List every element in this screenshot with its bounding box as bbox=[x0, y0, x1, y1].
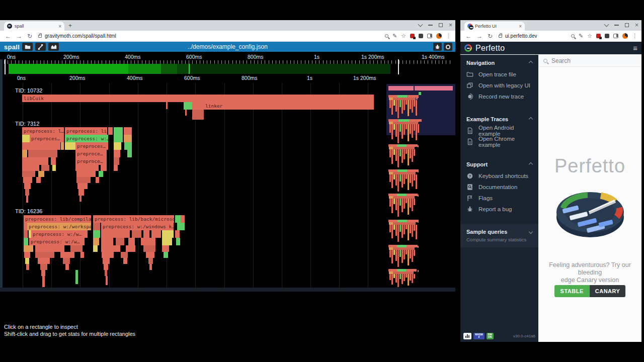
flame-block[interactable] bbox=[128, 238, 135, 245]
flame-block[interactable]: preproces… bbox=[75, 142, 108, 150]
star-icon[interactable]: ☆ bbox=[587, 33, 592, 39]
trace-canvas[interactable]: Click on a rectangle to inspect Shift-cl… bbox=[0, 52, 455, 342]
flame-block[interactable] bbox=[181, 215, 185, 223]
side-panel-icon[interactable] bbox=[613, 34, 618, 38]
reload-icon[interactable]: ↻ bbox=[488, 33, 493, 40]
address-bar[interactable]: ui.perfetto.dev bbox=[505, 33, 571, 39]
flame-block[interactable] bbox=[22, 157, 48, 165]
flame-block[interactable] bbox=[77, 183, 88, 189]
flame-block[interactable]: preprocess: lib/back/microso… bbox=[93, 215, 174, 223]
back-icon[interactable]: ← bbox=[465, 33, 471, 40]
forward-icon[interactable]: → bbox=[476, 33, 482, 40]
flame-block[interactable] bbox=[25, 258, 29, 264]
sidebar-item-open-trace-file[interactable]: Open trace file bbox=[466, 69, 532, 80]
histogram-button[interactable] bbox=[48, 43, 59, 51]
browser-tab-spall[interactable]: spall × bbox=[4, 22, 64, 31]
flame-block[interactable] bbox=[101, 230, 130, 238]
flame-block[interactable] bbox=[177, 223, 185, 230]
flame-block[interactable] bbox=[114, 150, 120, 157]
minimap-activity-segment-1[interactable] bbox=[128, 64, 161, 74]
flame-block[interactable]: preproce… bbox=[75, 157, 107, 165]
flame-block[interactable] bbox=[22, 135, 30, 142]
close-icon[interactable]: × bbox=[635, 23, 638, 27]
flame-block[interactable] bbox=[79, 196, 82, 202]
flame-block[interactable] bbox=[24, 223, 27, 230]
flame-block[interactable] bbox=[106, 276, 108, 285]
flame-block[interactable] bbox=[176, 238, 180, 245]
share-icon[interactable]: ✎ bbox=[579, 33, 583, 39]
hamburger-menu-icon[interactable]: ≡ bbox=[633, 44, 637, 52]
flame-block[interactable] bbox=[22, 165, 39, 171]
chevron-down-icon[interactable] bbox=[529, 230, 533, 234]
tab-close-icon[interactable]: × bbox=[58, 24, 61, 29]
flame-block[interactable] bbox=[101, 238, 113, 245]
flame-block[interactable] bbox=[146, 252, 154, 258]
close-icon[interactable]: × bbox=[449, 23, 452, 27]
flame-block[interactable] bbox=[36, 177, 41, 183]
flame-block[interactable]: linker bbox=[204, 102, 374, 110]
maximize-icon[interactable] bbox=[439, 23, 443, 27]
flame-block[interactable] bbox=[184, 102, 192, 110]
minimize-icon[interactable] bbox=[614, 25, 619, 26]
flame-block[interactable] bbox=[124, 135, 132, 142]
extensions-icon[interactable] bbox=[605, 34, 609, 38]
flame-block[interactable] bbox=[61, 142, 64, 150]
flame-block[interactable] bbox=[192, 102, 204, 110]
flame-block[interactable] bbox=[70, 245, 83, 252]
sidebar-item-open-android-example[interactable]: Open Android example bbox=[466, 125, 532, 136]
flame-block[interactable] bbox=[121, 252, 128, 258]
flame-block[interactable] bbox=[76, 171, 96, 177]
sidebar-section-header[interactable]: Navigation bbox=[466, 60, 532, 66]
flame-block[interactable] bbox=[101, 165, 107, 171]
minimap-viewport-marker-1[interactable] bbox=[398, 59, 399, 74]
flame-block[interactable] bbox=[23, 177, 32, 183]
flame-block[interactable] bbox=[35, 245, 64, 252]
flame-block[interactable] bbox=[114, 157, 119, 165]
extension-red-icon[interactable] bbox=[596, 34, 601, 38]
star-icon[interactable]: ☆ bbox=[401, 33, 406, 39]
sidebar-section-header[interactable]: Support bbox=[466, 161, 532, 167]
flame-block[interactable] bbox=[22, 142, 60, 150]
flame-block[interactable]: preproce… bbox=[75, 150, 107, 157]
flame-block[interactable] bbox=[52, 165, 56, 171]
flame-block[interactable] bbox=[123, 258, 127, 264]
flame-block[interactable] bbox=[127, 150, 132, 157]
extension-red-icon[interactable] bbox=[410, 34, 415, 38]
maximize-icon[interactable] bbox=[625, 23, 629, 27]
flame-block[interactable] bbox=[124, 127, 132, 135]
flame-block[interactable] bbox=[24, 238, 28, 245]
flame-block[interactable]: preprocess: w:… bbox=[65, 135, 108, 142]
chevron-up-icon[interactable] bbox=[529, 117, 533, 121]
sidebar-item-report-a-bug[interactable]: Report a bug bbox=[466, 204, 532, 215]
flame-block[interactable] bbox=[41, 270, 45, 276]
flame-block[interactable] bbox=[22, 171, 35, 177]
flame-block[interactable] bbox=[26, 196, 28, 203]
flame-block[interactable]: preprocess: w:/workspac… bbox=[27, 223, 91, 230]
flame-block[interactable]: libCuik bbox=[22, 95, 374, 102]
flame-block[interactable] bbox=[41, 165, 49, 171]
flame-block[interactable] bbox=[63, 258, 70, 264]
flame-block[interactable] bbox=[65, 264, 69, 270]
flame-block[interactable] bbox=[162, 245, 169, 252]
minimap-activity-segment-2[interactable] bbox=[161, 64, 177, 74]
flame-block[interactable] bbox=[24, 252, 30, 258]
reload-icon[interactable]: ↻ bbox=[27, 33, 32, 40]
flame-block[interactable] bbox=[80, 252, 84, 258]
flame-block[interactable] bbox=[116, 238, 124, 245]
flame-block[interactable]: preprocess: w:/windows k… bbox=[101, 223, 174, 230]
flame-block[interactable] bbox=[141, 238, 155, 245]
flame-block[interactable] bbox=[114, 135, 123, 142]
sidebar-item-record-new-trace[interactable]: Record new trace bbox=[466, 91, 532, 102]
zoom-icon[interactable] bbox=[385, 34, 388, 38]
flame-block[interactable] bbox=[93, 230, 100, 238]
open-folder-button[interactable] bbox=[22, 43, 33, 51]
flame-block[interactable] bbox=[114, 127, 123, 135]
sidebar-item-keyboard-shortcuts[interactable]: ?Keyboard shortcuts bbox=[466, 170, 532, 182]
back-icon[interactable]: ← bbox=[5, 33, 11, 40]
minimap-activity-segment-3[interactable] bbox=[177, 64, 189, 74]
flame-block[interactable] bbox=[126, 245, 135, 252]
address-bar[interactable]: gravitymoth.com/spall/spall.html bbox=[45, 33, 385, 39]
flame-block[interactable] bbox=[148, 258, 153, 264]
flame-block[interactable] bbox=[102, 252, 114, 258]
zoom-icon[interactable] bbox=[571, 34, 575, 38]
